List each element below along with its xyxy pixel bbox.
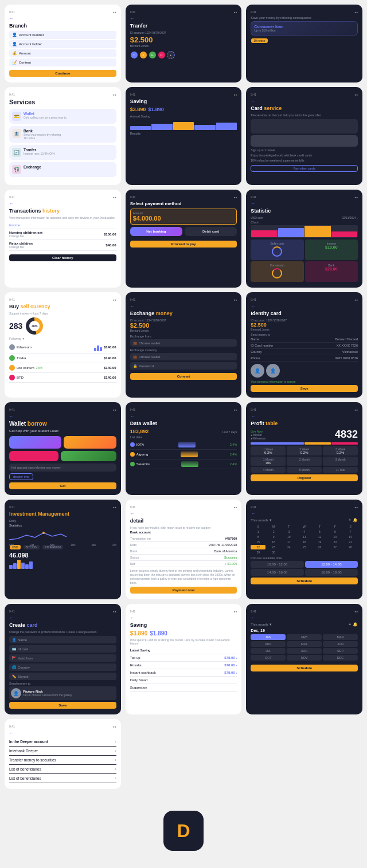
cal-10[interactable]: 10 [282,535,296,539]
bell-icon[interactable]: 🔔 [353,518,358,523]
amount-field[interactable]: 💰 Amount [9,49,116,57]
cc-save-button[interactable]: Save [9,702,116,709]
cal-4[interactable]: 4 [297,529,312,534]
cal-7[interactable]: 7 [343,529,358,534]
back-arrow-sched[interactable]: ← [251,511,358,516]
proceed-pay-button[interactable]: Proceed to pay [130,241,237,248]
jan-btn[interactable]: JAN [251,634,286,640]
back-arrow-card[interactable]: ← [251,99,358,104]
back-arrow-dw[interactable]: ← [130,414,237,419]
interbank-item[interactable]: Interbank Deeper › [9,747,116,756]
time-slot-4[interactable]: 16:00 - 18:00 [305,569,358,576]
time-slot-2[interactable]: 12:00 - 14:00 [305,561,358,568]
deeper-end-button[interactable]: deeper end [9,473,33,480]
back-arrow-branch[interactable]: ← [9,16,116,21]
back-arrow-id[interactable]: ← [251,304,358,309]
back-arrow-pt[interactable]: ← [251,414,358,419]
cal-9[interactable]: 9 [266,535,281,539]
schedule-button-2[interactable]: Schedule [251,665,358,671]
cal-28[interactable]: 28 [343,545,358,549]
sep-btn[interactable]: SEP [323,648,358,654]
dec-btn[interactable]: DEC [323,655,358,661]
choose-wallet-1[interactable]: 💼 Choose wallet [130,339,237,347]
cal-5[interactable]: 5 [313,529,327,534]
back-arrow-ex[interactable]: ← [130,304,237,309]
cal-29[interactable]: 29 [251,550,266,555]
cc-signed-field[interactable]: ✏️ Signed [9,673,116,680]
back-arrow-detail[interactable]: ← [130,511,237,516]
debit-card-btn[interactable]: Debit card [185,227,237,236]
cal-18[interactable]: 18 [297,540,312,544]
cal-2[interactable]: 2 [266,529,281,534]
nov-btn[interactable]: NOV [287,655,322,661]
cal-22[interactable]: 22 [251,545,266,549]
account-number-field[interactable]: 👤 Account number [9,31,116,39]
back-arrow-cc[interactable]: ← [9,615,116,620]
get-button[interactable]: Get [9,482,116,489]
cal-8[interactable]: 8 [251,535,266,539]
cc-valid-field[interactable]: 🚩 Valid from [9,654,116,662]
deeper-account-item[interactable]: In the Deeper account › [9,737,116,747]
apr-btn[interactable]: APR [251,641,286,647]
back-arrow-sl[interactable]: ← [130,615,237,620]
clear-history-button[interactable]: Clear history [9,254,116,261]
convert-button[interactable]: Convert [130,373,237,380]
cal-12[interactable]: 12 [313,535,327,539]
cal-25[interactable]: 25 [297,545,312,549]
cal-16[interactable]: 16 [266,540,281,544]
may-btn[interactable]: MAY [287,641,322,647]
cal-13[interactable]: 13 [327,535,342,539]
plus-icon[interactable]: + [349,518,351,523]
cc-country-field[interactable]: 🌐 Country [9,663,116,671]
cal-19[interactable]: 19 [313,540,327,544]
time-slot-1[interactable]: 10:00 - 12:00 [251,561,303,568]
register-button[interactable]: Register [251,474,358,481]
payment-now-button[interactable]: Payment now [130,587,237,594]
cal-1[interactable]: 1 [251,529,266,534]
back-arrow-sched2[interactable]: ← [251,615,358,620]
net-banking-btn[interactable]: Net banking [130,227,182,236]
cal-6[interactable]: 6 [327,529,342,534]
cal-23[interactable]: 23 [266,545,281,549]
beneficiaries-1-item[interactable]: List of beneficiaries › [9,765,116,774]
account-holder-field[interactable]: 👤 Account holder [9,40,116,48]
mar-btn[interactable]: MAR [323,634,358,640]
cc-id-field[interactable]: 🪪 Id card [9,645,116,653]
beneficiaries-2-item[interactable]: List of beneficiaries › [9,774,116,783]
bell-icon-2[interactable]: 🔔 [353,622,358,627]
back-arrow-transfer[interactable]: ← [130,16,237,21]
content-field[interactable]: 📝 Content [9,58,116,66]
aug-btn[interactable]: AUG [287,648,322,654]
id-save-button[interactable]: Save [251,385,358,392]
jun-btn[interactable]: JUN [323,641,358,647]
cal-11[interactable]: 11 [297,535,312,539]
password-field[interactable]: 🔒 Password [130,362,237,370]
exchange-service[interactable]: 💱 Exchange [9,162,116,177]
securities-item[interactable]: Transfer money to securities › [9,756,116,765]
pay-other-cards-button[interactable]: Pay other cards [251,165,358,172]
cc-name-field[interactable]: 👤 Name [9,636,116,643]
schedule-button-1[interactable]: Schedule [251,578,358,584]
back-arrow-tx[interactable]: ← [9,201,116,206]
bank-service[interactable]: 🏦 Bank Send your money by refuning 10 no… [9,126,116,143]
back-arrow-stat[interactable]: ← [251,201,358,206]
cal-21[interactable]: 21 [343,540,358,544]
tranfer-service[interactable]: 🔄 Tranfer Interest rate: 12.9% OI% [9,145,116,160]
plus-icon-2[interactable]: + [349,622,351,627]
continue-button[interactable]: Continue [9,70,116,77]
feb-btn[interactable]: FEB [287,634,322,640]
cal-3[interactable]: 3 [282,529,296,534]
add-avatar[interactable]: + [167,51,175,59]
cal-26[interactable]: 26 [313,545,327,549]
back-arrow-tm[interactable]: ← [9,730,116,736]
back-arrow-wb[interactable]: ← [9,414,116,419]
choose-wallet-2[interactable]: 💼 Choose wallet [130,353,237,360]
cal-15[interactable]: 15 [251,540,266,544]
oct-btn[interactable]: OCT [251,655,286,661]
cal-17[interactable]: 17 [282,540,296,544]
cal-30[interactable]: 30 [266,550,281,555]
cal-27[interactable]: 27 [327,545,342,549]
cal-14[interactable]: 14 [343,535,358,539]
time-slot-3[interactable]: 14:00 - 16:00 [251,569,303,576]
wallet-service[interactable]: 💳 Wallet Cold calling can be a great way… [9,109,116,124]
